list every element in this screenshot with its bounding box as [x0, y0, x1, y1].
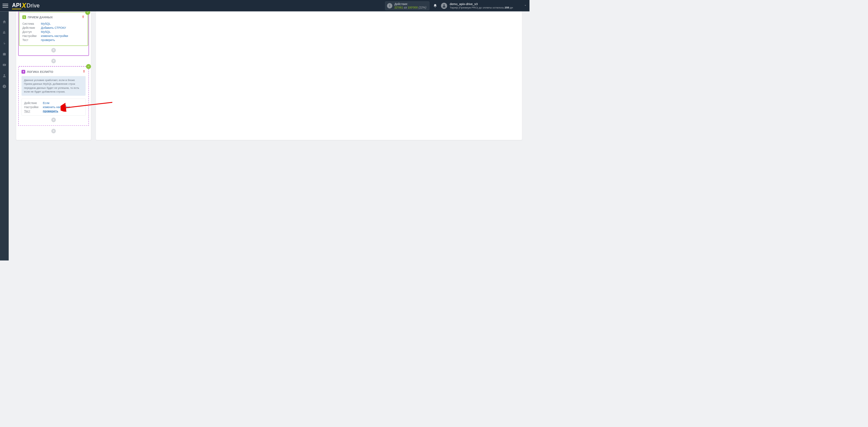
row4-settings-value[interactable]: изменить настройки: [43, 105, 70, 109]
step-badge-1: 1: [22, 15, 26, 19]
row4-action-value[interactable]: Если: [43, 101, 50, 105]
main-content: 1 ПРИЕМ ДАННЫХ СистемаMySQL ДействиеДоба…: [9, 12, 530, 261]
user-sub: Тариф |Премиум PRO| до оплаты осталось 2…: [450, 6, 513, 9]
avatar-icon: [441, 3, 447, 9]
block-4-config: ДействиеЕсли Настройкиизменить настройки…: [21, 99, 85, 116]
home-icon[interactable]: [0, 19, 9, 25]
row4-test-value[interactable]: проверить: [43, 110, 58, 113]
row-access-label: Доступ: [22, 30, 41, 34]
details-panel: [96, 12, 522, 140]
row4-settings-label: Настройки: [24, 105, 43, 109]
row-action-label: Действие: [22, 26, 41, 29]
row-action-value[interactable]: Добавить СТРОКУ: [41, 26, 66, 29]
add-step-button[interactable]: [51, 48, 56, 53]
add-block-button[interactable]: [51, 129, 56, 133]
briefcase-icon[interactable]: [0, 51, 9, 57]
help-icon[interactable]: ?: [0, 83, 9, 89]
sitemap-icon[interactable]: [0, 29, 9, 36]
hamburger-menu[interactable]: [2, 3, 8, 8]
actions-label: Действия:: [394, 2, 426, 6]
actions-counter[interactable]: i Действия: 22'061 из 100'000 (22%): [385, 1, 430, 10]
add-block-button[interactable]: [51, 59, 56, 63]
row-system-label: Система: [22, 22, 41, 25]
add-step-button[interactable]: [51, 118, 56, 122]
trash-icon[interactable]: [82, 69, 86, 74]
user-icon[interactable]: [0, 73, 9, 79]
row-settings-label: Настройки: [22, 34, 41, 38]
svg-point-0: [443, 4, 445, 6]
row-access-value[interactable]: MySQL: [41, 30, 51, 34]
svg-point-2: [4, 74, 5, 76]
row-test-label: Тест: [22, 38, 41, 42]
step-badge-4: 4: [21, 70, 25, 74]
user-menu[interactable]: demo_apix-drive_s3 Тариф |Премиум PRO| д…: [441, 2, 527, 9]
block-4-title: ЛОГИКА ЕСЛИ/ТО: [27, 70, 53, 74]
block-1-title: ПРИЕМ ДАННЫХ: [28, 16, 53, 19]
info-icon: i: [387, 3, 392, 8]
check-icon: [85, 12, 90, 15]
row-test-value[interactable]: проверить: [41, 38, 55, 42]
block-4-description: Данное условие сработает, если в блоке П…: [21, 76, 85, 96]
block-1[interactable]: 1 ПРИЕМ ДАННЫХ СистемаMySQL ДействиеДоба…: [19, 12, 88, 46]
user-name: demo_apix-drive_s3: [450, 2, 513, 6]
dollar-icon[interactable]: [0, 40, 9, 46]
actions-value: 22'061 из 100'000 (22%): [394, 6, 426, 9]
topbar: APIXDrive i Действия: 22'061 из 100'000 …: [0, 0, 530, 12]
workflow-panel: 1 ПРИЕМ ДАННЫХ СистемаMySQL ДействиеДоба…: [16, 12, 91, 140]
row-settings-value[interactable]: изменить настройки: [41, 34, 68, 38]
trash-icon[interactable]: [81, 15, 85, 19]
chevron-down-icon: [524, 4, 527, 8]
row4-action-label: Действие: [24, 101, 43, 105]
logo-x: X: [22, 2, 26, 9]
row4-test-label: Тест: [24, 110, 43, 113]
bell-icon[interactable]: [433, 3, 437, 8]
check-icon: [86, 64, 91, 69]
sidebar: ?: [0, 12, 9, 261]
row-system-value[interactable]: MySQL: [41, 22, 51, 25]
block-1-outer: 1 ПРИЕМ ДАННЫХ СистемаMySQL ДействиеДоба…: [18, 12, 89, 56]
svg-text:?: ?: [4, 85, 5, 88]
logo[interactable]: APIXDrive: [12, 2, 40, 9]
block-4[interactable]: 4 ЛОГИКА ЕСЛИ/ТО Данное условие сработае…: [18, 66, 89, 126]
youtube-icon[interactable]: [0, 62, 9, 68]
logo-api: API: [12, 2, 21, 9]
logo-drive: Drive: [26, 2, 40, 9]
